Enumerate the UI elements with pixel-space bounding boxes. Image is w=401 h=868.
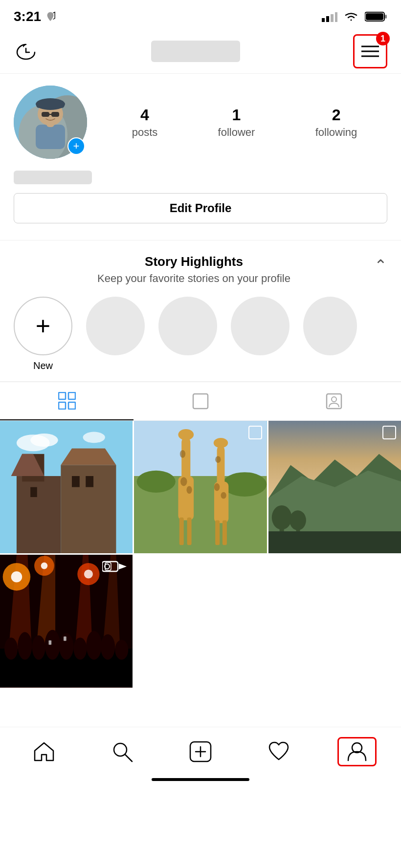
svg-point-93 bbox=[101, 634, 115, 660]
svg-rect-69 bbox=[268, 531, 401, 553]
concert-image bbox=[0, 555, 133, 687]
profile-section: + 4 posts 1 follower 2 following Edit Pr… bbox=[0, 74, 401, 240]
svg-rect-95 bbox=[48, 641, 51, 645]
svg-rect-96 bbox=[64, 637, 67, 641]
following-count: 2 bbox=[332, 106, 341, 124]
following-stat[interactable]: 2 following bbox=[315, 106, 357, 139]
svg-point-88 bbox=[32, 635, 45, 660]
svg-point-91 bbox=[73, 638, 87, 660]
post-tabs bbox=[0, 382, 401, 421]
highlight-1[interactable] bbox=[86, 297, 145, 371]
svg-rect-40 bbox=[72, 476, 80, 487]
profile-icon bbox=[346, 741, 368, 762]
svg-rect-60 bbox=[216, 520, 220, 545]
history-button[interactable] bbox=[14, 39, 38, 64]
video-badge-icon bbox=[102, 560, 128, 573]
wifi-icon bbox=[343, 11, 359, 22]
highlight-circle-3[interactable] bbox=[231, 297, 290, 355]
nav-search[interactable] bbox=[103, 737, 142, 766]
home-icon bbox=[33, 741, 55, 762]
svg-point-82 bbox=[41, 563, 48, 569]
castle-image bbox=[0, 421, 133, 553]
home-indicator bbox=[152, 778, 249, 781]
svg-marker-73 bbox=[119, 564, 127, 569]
photo-cell-castle[interactable] bbox=[0, 421, 133, 553]
svg-point-92 bbox=[86, 631, 102, 660]
giraffe-image bbox=[134, 421, 267, 553]
tab-tagged[interactable] bbox=[267, 382, 401, 420]
svg-point-57 bbox=[214, 483, 220, 491]
svg-rect-47 bbox=[182, 437, 191, 481]
edit-profile-button[interactable]: Edit Profile bbox=[14, 193, 387, 223]
highlight-2[interactable] bbox=[158, 297, 217, 371]
header-username: ▓▓▓▓▓ bbox=[151, 41, 240, 62]
svg-point-58 bbox=[221, 492, 226, 499]
highlights-collapse-button[interactable]: ⌃ bbox=[374, 256, 387, 275]
highlight-3[interactable] bbox=[231, 297, 290, 371]
photo-cell-landscape[interactable] bbox=[268, 421, 401, 553]
add-icon bbox=[189, 741, 212, 762]
svg-point-33 bbox=[83, 432, 105, 443]
svg-rect-26 bbox=[68, 402, 75, 409]
svg-rect-34 bbox=[17, 476, 61, 553]
tab-post[interactable] bbox=[134, 382, 267, 420]
svg-point-56 bbox=[214, 438, 228, 448]
new-highlight-label: New bbox=[33, 360, 53, 371]
new-highlight-circle[interactable]: + bbox=[14, 297, 72, 355]
profile-stats: 4 posts 1 follower 2 following bbox=[102, 106, 387, 139]
status-time: 3:21 bbox=[14, 9, 56, 24]
highlights-header: Story Highlights Keep your favorite stor… bbox=[14, 254, 387, 285]
svg-rect-41 bbox=[86, 476, 93, 487]
photo-grid bbox=[0, 421, 401, 688]
svg-rect-5 bbox=[385, 15, 387, 19]
bottom-nav bbox=[0, 727, 401, 773]
menu-button[interactable]: 1 bbox=[353, 34, 387, 68]
svg-point-50 bbox=[187, 486, 192, 494]
landscape-image bbox=[268, 421, 401, 553]
svg-point-86 bbox=[4, 638, 18, 660]
multi-post-icon bbox=[248, 426, 262, 439]
username-display bbox=[14, 171, 92, 184]
highlight-4[interactable] bbox=[303, 297, 357, 371]
highlight-circle-4[interactable] bbox=[303, 297, 357, 355]
svg-point-94 bbox=[115, 640, 128, 660]
highlights-subtitle: Keep your favorite stories on your profi… bbox=[14, 272, 374, 285]
following-label: following bbox=[315, 126, 357, 139]
highlight-circle-2[interactable] bbox=[158, 297, 217, 355]
status-bar: 3:21 bbox=[0, 0, 401, 29]
svg-point-66 bbox=[271, 505, 291, 530]
photo-cell-giraffe[interactable] bbox=[134, 421, 267, 553]
svg-point-84 bbox=[84, 570, 93, 579]
svg-rect-25 bbox=[59, 402, 66, 409]
photo-cell-concert[interactable] bbox=[0, 555, 133, 687]
menu-badge: 1 bbox=[376, 32, 390, 45]
highlight-circle-1[interactable] bbox=[86, 297, 145, 355]
nav-activity[interactable] bbox=[259, 737, 298, 766]
grid-icon bbox=[58, 392, 76, 410]
tab-grid[interactable] bbox=[0, 382, 134, 420]
posts-label: posts bbox=[132, 126, 158, 139]
svg-rect-1 bbox=[326, 16, 329, 22]
svg-rect-0 bbox=[322, 18, 325, 22]
followers-count: 1 bbox=[232, 106, 241, 124]
highlight-new[interactable]: + New bbox=[14, 297, 72, 371]
nav-profile[interactable] bbox=[337, 737, 377, 766]
svg-point-49 bbox=[180, 477, 187, 486]
followers-stat[interactable]: 1 follower bbox=[218, 106, 255, 139]
nav-home[interactable] bbox=[24, 737, 64, 766]
highlights-circles: + New bbox=[14, 297, 387, 371]
svg-point-80 bbox=[11, 571, 22, 583]
menu-icon bbox=[361, 45, 379, 58]
svg-rect-21 bbox=[51, 112, 59, 117]
svg-point-68 bbox=[290, 510, 306, 530]
signal-icon bbox=[322, 11, 337, 22]
svg-rect-55 bbox=[217, 446, 225, 487]
posts-stat[interactable]: 4 posts bbox=[132, 106, 158, 139]
svg-point-32 bbox=[30, 434, 58, 447]
nav-add[interactable] bbox=[181, 737, 220, 766]
avatar-add-button[interactable]: + bbox=[67, 137, 85, 155]
concert-video-badge bbox=[102, 560, 128, 573]
avatar-container: + bbox=[14, 86, 87, 159]
profile-info-row: + 4 posts 1 follower 2 following bbox=[14, 86, 387, 159]
svg-rect-15 bbox=[36, 125, 65, 149]
